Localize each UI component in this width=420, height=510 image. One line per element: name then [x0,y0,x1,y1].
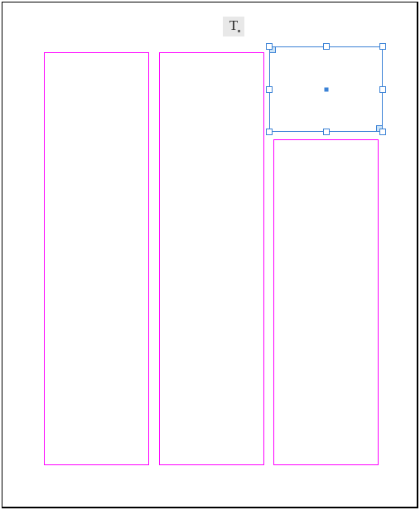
selection-center-point[interactable] [324,87,328,91]
text-frame-column-2[interactable] [159,52,264,465]
selection-handle-bottom-middle[interactable] [323,129,330,135]
selection-handle-top-right[interactable] [379,43,386,50]
selection-handle-top-middle[interactable] [323,43,330,50]
selection-handle-middle-right[interactable] [379,86,386,93]
selection-handle-bottom-right[interactable] [379,129,386,135]
selection-bounding-box[interactable] [264,41,388,137]
document-canvas[interactable]: T [0,0,420,510]
cursor-dot-icon [238,30,240,32]
text-frame-column-3[interactable] [273,139,379,465]
selection-handle-middle-left[interactable] [266,86,273,93]
selection-handle-top-left[interactable] [266,43,273,50]
text-frame-column-1[interactable] [44,52,149,465]
type-tool-cursor: T [223,17,244,36]
selection-handle-bottom-left[interactable] [266,129,273,135]
type-tool-glyph: T [229,17,238,34]
